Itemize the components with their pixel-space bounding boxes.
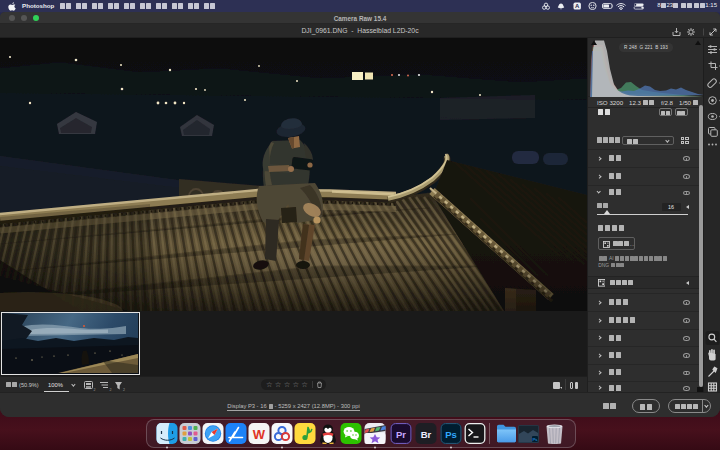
svg-text:W: W	[253, 427, 266, 442]
svg-text:Ps: Ps	[532, 437, 538, 442]
svg-text:2: 2	[123, 388, 125, 392]
svg-text:Pr: Pr	[396, 429, 406, 440]
svg-text:A: A	[575, 4, 580, 10]
svg-text:Ps: Ps	[445, 429, 457, 440]
svg-text:2: 2	[94, 388, 96, 392]
svg-text:Br: Br	[421, 429, 432, 440]
svg-text:2: 2	[110, 388, 112, 392]
